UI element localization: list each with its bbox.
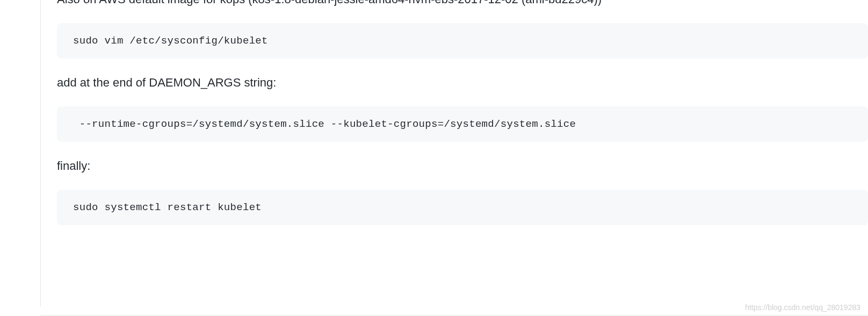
code-content-1: sudo vim /etc/sysconfig/kubelet	[73, 35, 268, 47]
article-container: Also on AWS default image for kops (k8s-…	[40, 0, 868, 306]
cutoff-paragraph: Also on AWS default image for kops (k8s-…	[57, 0, 868, 8]
code-block-3[interactable]: sudo systemctl restart kubelet	[57, 190, 868, 225]
code-content-3: sudo systemctl restart kubelet	[73, 202, 262, 213]
paragraph-2: finally:	[57, 157, 868, 175]
paragraph-1: add at the end of DAEMON_ARGS string:	[57, 74, 868, 91]
code-content-2: --runtime-cgroups=/systemd/system.slice …	[73, 118, 576, 130]
code-block-2[interactable]: --runtime-cgroups=/systemd/system.slice …	[57, 106, 868, 142]
code-block-1[interactable]: sudo vim /etc/sysconfig/kubelet	[57, 23, 868, 59]
